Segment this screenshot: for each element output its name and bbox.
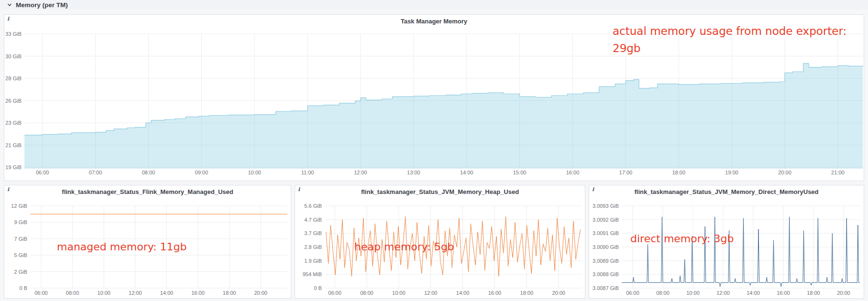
svg-text:21 GiB: 21 GiB [5,142,22,148]
svg-text:3.0091 GiB: 3.0091 GiB [593,230,619,236]
svg-text:21:00: 21:00 [831,170,845,175]
svg-text:12:00: 12:00 [424,290,438,296]
svg-text:0 B: 0 B [19,285,27,291]
svg-text:26 GiB: 26 GiB [5,98,22,104]
section-title: Memory (per TM) [16,1,68,9]
svg-text:18:00: 18:00 [520,290,534,296]
svg-text:10:00: 10:00 [248,170,261,175]
svg-text:10:00: 10:00 [392,290,406,296]
svg-text:7 GiB: 7 GiB [14,236,27,242]
svg-text:10:00: 10:00 [97,290,110,296]
svg-text:10:00: 10:00 [686,290,700,296]
svg-text:30 GiB: 30 GiB [5,54,22,59]
svg-text:0 B: 0 B [314,285,322,291]
svg-text:14:00: 14:00 [160,290,174,296]
svg-text:08:00: 08:00 [360,290,374,296]
svg-text:1.9 GiB: 1.9 GiB [304,258,322,264]
svg-text:06:00: 06:00 [328,290,341,296]
svg-text:08:00: 08:00 [656,290,670,296]
svg-text:20:00: 20:00 [552,290,565,296]
svg-text:06:00: 06:00 [34,290,48,296]
svg-text:20:00: 20:00 [837,290,850,296]
svg-text:33 GiB: 33 GiB [5,31,22,37]
svg-text:28 GiB: 28 GiB [5,75,22,81]
svg-text:18:00: 18:00 [672,170,685,175]
section-header-memory-per-tm[interactable]: Memory (per TM) [0,0,868,10]
svg-text:3.0089 GiB: 3.0089 GiB [593,258,619,264]
svg-text:3.0093 GiB: 3.0093 GiB [593,203,619,209]
svg-text:12:00: 12:00 [354,170,367,175]
panel-task-manager-memory: i Task Manager Memory 06:0007:0008:0009:… [4,14,864,181]
svg-text:12 GiB: 12 GiB [11,203,27,209]
svg-text:16:00: 16:00 [191,290,205,296]
svg-text:23 GiB: 23 GiB [5,120,22,126]
svg-text:19:00: 19:00 [725,170,738,175]
svg-text:5.6 GiB: 5.6 GiB [304,203,322,209]
svg-text:20:00: 20:00 [778,170,791,175]
svg-text:16:00: 16:00 [566,170,580,175]
svg-text:3.0088 GiB: 3.0088 GiB [593,271,619,277]
chevron-down-icon[interactable] [7,2,12,8]
svg-text:19 GiB: 19 GiB [5,164,22,170]
annotation-heap-memory: heap memory: 5gb [354,241,454,253]
svg-text:14:00: 14:00 [747,290,760,296]
svg-text:3.0092 GiB: 3.0092 GiB [593,217,619,223]
svg-text:13:00: 13:00 [407,170,420,175]
svg-text:954 MiB: 954 MiB [303,271,322,277]
svg-text:14:00: 14:00 [456,290,470,296]
svg-text:2.8 GiB: 2.8 GiB [304,244,322,250]
svg-text:18:00: 18:00 [807,290,820,296]
svg-text:4.7 GiB: 4.7 GiB [304,217,322,223]
svg-text:16:00: 16:00 [488,290,502,296]
svg-text:17:00: 17:00 [619,170,633,175]
svg-text:08:00: 08:00 [66,290,79,296]
svg-text:20:00: 20:00 [254,290,267,296]
svg-text:18:00: 18:00 [223,290,236,296]
panel-managed-memory: i flink_taskmanager_Status_Flink_Memory_… [4,185,291,299]
svg-text:2 GiB: 2 GiB [14,269,27,275]
svg-text:9 GiB: 9 GiB [14,219,27,225]
svg-text:06:00: 06:00 [36,170,49,175]
annotation-direct-memory: direct memory: 3gb [630,233,734,245]
svg-text:3.0090 GiB: 3.0090 GiB [593,244,619,250]
svg-text:12:00: 12:00 [129,290,142,296]
svg-text:12:00: 12:00 [716,290,730,296]
annotation-node-exporter: actual memory usage from node exporter: … [613,22,863,57]
svg-text:16:00: 16:00 [777,290,790,296]
svg-text:06:00: 06:00 [626,290,639,296]
annotation-managed-memory: managed memory: 11gb [57,241,187,253]
panel-direct-memory: i flink_taskmanager_Status_JVM_Memory_Di… [589,185,864,299]
svg-text:14:00: 14:00 [460,170,473,175]
svg-text:11:00: 11:00 [301,170,314,175]
svg-text:15:00: 15:00 [513,170,527,175]
svg-text:09:00: 09:00 [195,170,209,175]
svg-text:08:00: 08:00 [142,170,155,175]
svg-text:5 GiB: 5 GiB [14,252,27,258]
svg-text:07:00: 07:00 [89,170,102,175]
panel-heap-memory: i flink_taskmanager_Status_JVM_Memory_He… [295,185,585,299]
svg-text:3.7 GiB: 3.7 GiB [304,230,322,236]
svg-text:3.0087 GiB: 3.0087 GiB [593,285,619,291]
